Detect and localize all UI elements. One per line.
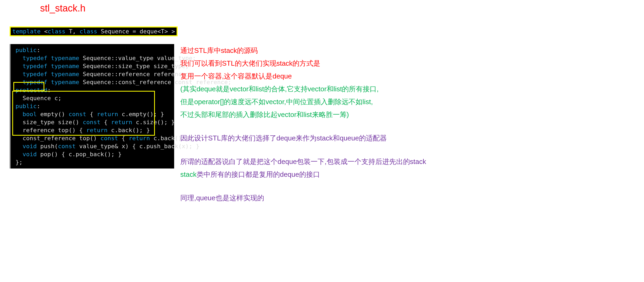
note-red-3: 复用一个容器,这个容器默认是deque	[180, 70, 426, 83]
param-t: T,	[65, 28, 80, 35]
line-top-const-fn: const_reference top() const { return c.b…	[12, 134, 172, 142]
kw-class-1: class	[48, 28, 65, 35]
angle-open: <	[41, 28, 48, 35]
note-purple-2a: 所谓的适配器说白了就是把这个deque包装一下,包装成一个支持后进先出的stac…	[180, 155, 426, 168]
note-green-1: (其实deque就是vector和list的合体,它支持vector和list的…	[180, 83, 426, 95]
note-red-1: 通过STL库中stack的源码	[180, 44, 426, 57]
line-size-fn: size_type size() const { return c.size()…	[12, 118, 172, 126]
note-purple-2b: 类中所有的接口都是复用的deque的接口	[197, 170, 320, 178]
line-end: };	[12, 158, 172, 166]
kw-class-2: class	[80, 28, 97, 35]
note-purple-1: 因此设计STL库的大佬们选择了deque来作为stack和queue的适配器	[180, 132, 426, 144]
line-empty-fn: bool empty() const { return c.empty(); }	[12, 110, 172, 118]
note-green-2: 但是operator[]的速度远不如vector,中间位置插入删除远不如list…	[180, 95, 426, 108]
code-gutter	[10, 44, 11, 169]
line-top-fn: reference top() { return c.back(); }	[12, 126, 172, 134]
code-block: public: typedef typename Sequence::value…	[10, 44, 174, 169]
note-purple-3: 同理,queue也是这样实现的	[180, 191, 426, 204]
template-declaration-line: template <class T, class Sequence = dequ…	[10, 26, 178, 36]
note-green-stack: stack	[180, 170, 197, 178]
line-typedef-2: typedef typename Sequence::size_type siz…	[12, 62, 172, 70]
note-red-2: 我们可以看到STL的大佬们实现stack的方式是	[180, 57, 426, 70]
line-public: public:	[12, 46, 172, 54]
note-mixed-line: stack类中所有的接口都是复用的deque的接口	[180, 168, 426, 181]
note-green-3: 不过头部和尾部的插入删除比起vector和list来略胜一筹)	[180, 108, 426, 121]
kw-template: template	[12, 28, 41, 35]
line-protected: protected:	[12, 86, 172, 94]
line-typedef-3: typedef typename Sequence::reference ref…	[12, 70, 172, 78]
line-sequence-c: Sequence c;	[12, 94, 172, 102]
line-pop-fn: void pop() { c.pop_back(); }	[12, 150, 172, 158]
annotation-notes: 通过STL库中stack的源码 我们可以看到STL的大佬们实现stack的方式是…	[180, 44, 426, 204]
line-typedef-1: typedef typename Sequence::value_type va…	[12, 54, 172, 62]
param-sequence: Sequence = deque<T> >	[97, 28, 175, 35]
line-public-2: public:	[12, 102, 172, 110]
line-push-fn: void push(const value_type& x) { c.push_…	[12, 142, 172, 150]
file-title: stl_stack.h	[40, 3, 85, 14]
line-typedef-4: typedef typename Sequence::const_referen…	[12, 78, 172, 86]
